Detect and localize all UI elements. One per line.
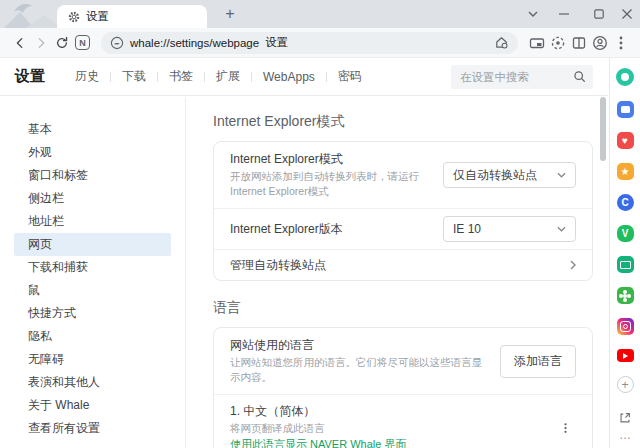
settings-nav: 历史 下载 书签 扩展 WebApps 密码 [75, 68, 362, 85]
browser-tab-settings[interactable]: 设置 [57, 5, 207, 28]
tv-screen-shape [620, 261, 631, 269]
language-card: 网站使用的语言 让网站知道您所用的语言。它们将尽可能以这些语言显示内容。 添加语… [213, 327, 593, 448]
tv-screen-shape [621, 106, 630, 113]
settings-content: Internet Explorer模式 Internet Explorer模式 … [187, 97, 608, 448]
chevron-down-icon [557, 226, 566, 232]
split-view-icon [571, 35, 587, 51]
language-list-item: 1. 中文（简体） 将网页翻译成此语言 使用此语言显示 NAVER Whale … [214, 394, 592, 448]
green-tv-icon[interactable] [617, 256, 634, 273]
sidebar-item-sidebar[interactable]: 侧边栏 [14, 187, 171, 210]
sidebar-item-performance-others[interactable]: 表演和其他人 [14, 371, 171, 394]
profile-icon [592, 35, 608, 51]
nav-item-history[interactable]: 历史 [75, 68, 99, 85]
sidebar-item-downloads-capture[interactable]: 下载和捕获 [14, 256, 171, 279]
sidebar-item-privacy[interactable]: 隐私 [14, 325, 171, 348]
browser-menu-button[interactable] [610, 32, 631, 54]
ie-mode-description: 开放网站添加到自动转换列表时，请运行Internet Explorer模式 [230, 169, 433, 199]
ie-mode-select[interactable]: 仅自动转换站点 [443, 162, 576, 188]
app-icons: ♥ ★ C V + [617, 101, 634, 407]
content-scrollbar-thumb[interactable] [600, 97, 606, 161]
window-titlebar: 设置 + [0, 0, 640, 28]
chevron-down-icon [557, 172, 566, 178]
nav-separator [251, 72, 252, 82]
site-language-label: 网站使用的语言 [230, 337, 490, 353]
youtube-icon[interactable] [617, 349, 634, 362]
url-page-title: 设置 [265, 35, 288, 50]
sidebar-item-appearance[interactable]: 外观 [14, 141, 171, 164]
instagram-icon[interactable] [617, 318, 634, 335]
chevron-right-icon [570, 260, 576, 270]
home-button[interactable] [494, 35, 509, 50]
capture-button[interactable] [547, 32, 568, 54]
band-flower-shape [623, 294, 627, 298]
language-translate-note: 将网页翻译成此语言 [230, 421, 406, 435]
naver-n-button[interactable]: N [72, 32, 93, 54]
export-icon [618, 411, 632, 425]
browser-window: 设置 + N [0, 0, 640, 448]
sidebar-item-basic[interactable]: 基本 [14, 118, 171, 141]
profile-button[interactable] [589, 32, 610, 54]
naver-tv-icon[interactable] [617, 101, 634, 118]
forward-button[interactable] [30, 32, 51, 54]
naver-band-icon[interactable] [617, 287, 634, 304]
camera-shape [620, 321, 631, 332]
site-language-description: 让网站知道您所用的语言。它们将尽可能以这些语言显示内容。 [230, 355, 490, 385]
strip-bottom: … [615, 408, 635, 442]
nav-item-extensions[interactable]: 扩展 [216, 68, 240, 85]
ie-mode-select-value: 仅自动转换站点 [453, 167, 537, 184]
sidebar-item-about-whale[interactable]: 关于 Whale [14, 394, 171, 417]
back-button[interactable] [9, 32, 30, 54]
nav-item-passwords[interactable]: 密码 [338, 68, 362, 85]
sidebar-item-accessibility[interactable]: 无障碍 [14, 348, 171, 371]
language-name: 1. 中文（简体） [230, 404, 406, 419]
minimize-icon [559, 9, 569, 19]
add-language-button[interactable]: 添加语言 [500, 345, 576, 378]
open-in-window-button[interactable] [615, 408, 635, 428]
maximize-button[interactable] [584, 0, 614, 28]
add-app-button[interactable]: + [617, 376, 634, 393]
bookmark-star-icon[interactable]: ★ [617, 163, 634, 180]
ie-version-label: Internet Explorer版本 [230, 221, 343, 237]
whale-app-strip: ♥ ★ C V + … [609, 58, 640, 448]
naver-n-icon: N [75, 35, 90, 50]
address-bar[interactable]: whale://settings/webpage 设置 [101, 32, 518, 54]
new-tab-button[interactable]: + [219, 3, 241, 25]
sidebar-item-windows-tabs[interactable]: 窗口和标签 [14, 164, 171, 187]
whale-bell-icon[interactable] [616, 68, 634, 86]
kebab-menu-icon [564, 422, 567, 434]
close-button[interactable] [612, 0, 640, 28]
sidebar-item-addressbar[interactable]: 地址栏 [14, 210, 171, 233]
sidebar-item-shortcuts[interactable]: 快捷方式 [14, 302, 171, 325]
capture-icon [550, 35, 566, 51]
ie-version-row: Internet Explorer版本 IE 10 [214, 208, 592, 249]
strip-more-button[interactable]: … [619, 430, 631, 442]
vlive-icon[interactable]: V [617, 225, 634, 242]
split-view-button[interactable] [568, 32, 589, 54]
sidebar-item-mouse[interactable]: 鼠 [14, 279, 171, 302]
nav-item-bookmarks[interactable]: 书签 [169, 68, 193, 85]
gear-icon [68, 11, 80, 23]
manage-auto-convert-row[interactable]: 管理自动转换站点 [214, 249, 592, 280]
naver-cafe-icon[interactable]: C [617, 194, 634, 211]
tab-search-button[interactable] [518, 0, 548, 28]
sidebar-item-view-all-settings[interactable]: 查看所有设置 [14, 417, 171, 440]
language-options-button[interactable] [554, 417, 576, 439]
video-popup-button[interactable] [526, 32, 547, 54]
video-popup-icon [529, 35, 545, 51]
ie-version-select[interactable]: IE 10 [443, 216, 576, 242]
ie-mode-row: Internet Explorer模式 开放网站添加到自动转换列表时，请运行In… [214, 142, 592, 208]
reload-button[interactable] [51, 32, 72, 54]
search-input[interactable] [458, 70, 573, 84]
nav-item-downloads[interactable]: 下载 [122, 68, 146, 85]
sidebar-item-webpage[interactable]: 网页 [14, 233, 171, 256]
ui-language-link[interactable]: 使用此语言显示 NAVER Whale 界面 [230, 437, 406, 448]
nav-separator [110, 72, 111, 82]
minimize-button[interactable] [549, 0, 579, 28]
whale-logo-icon [110, 36, 124, 50]
chevron-down-icon [528, 11, 538, 17]
nav-item-webapps[interactable]: WebApps [263, 70, 315, 84]
back-icon [13, 36, 27, 50]
settings-header: 设置 历史 下载 书签 扩展 WebApps 密码 [0, 58, 608, 96]
nav-separator [326, 72, 327, 82]
favorites-heart-icon[interactable]: ♥ [617, 132, 634, 149]
